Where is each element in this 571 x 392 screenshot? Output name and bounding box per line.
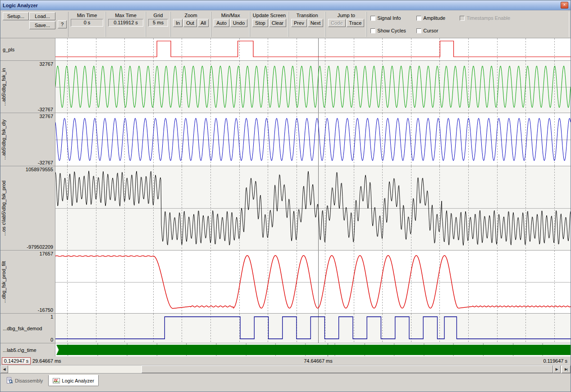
- checkbox-box: [416, 16, 421, 21]
- signal-row-dbg-fsk-prod-filt: ...dbg_fsk_prod_filt 17657 -16750: [0, 251, 571, 314]
- status-bar: 0.142947 s 29.64667 ms 74.64667 ms 0.119…: [0, 356, 571, 365]
- min-time-label: Min Time: [77, 12, 97, 19]
- signal-label-dbg-fsk-in[interactable]: ...ab5\dbg_fsk_in 32767 -32767: [0, 61, 55, 113]
- checkbox-timestamps-enable: Timestamps Enable: [460, 15, 567, 21]
- load-button[interactable]: Load...: [29, 12, 55, 20]
- transition-label: Transition: [297, 12, 318, 19]
- cursor-time-box: 0.142947 s: [2, 357, 31, 365]
- transition-prev-button[interactable]: Prev: [291, 19, 307, 27]
- update-screen-label: Update Screen: [253, 12, 286, 19]
- jump-trace-button[interactable]: Trace: [347, 19, 365, 27]
- checkbox-label: Signal Info: [377, 15, 401, 21]
- signal-min-value: -16750: [38, 307, 53, 313]
- grid-group: Grid 5 ms: [146, 12, 170, 37]
- signal-name: g_pls: [3, 47, 14, 52]
- minmax-label: Min/Max: [221, 12, 240, 19]
- horizontal-scrollbar: ◀ ▶ ▶|: [0, 365, 571, 374]
- zoom-all-button[interactable]: All: [198, 19, 209, 27]
- signal-label-dbg-fsk-prod[interactable]: ...os c\lab5\dbg_fsk_prod 1058979555 -97…: [0, 166, 55, 250]
- signal-name: ...os c\lab5\dbg_fsk_prod: [1, 181, 6, 236]
- signal-label-dbg-fsk-prod-filt[interactable]: ...dbg_fsk_prod_filt 17657 -16750: [0, 251, 55, 313]
- signal-label-dbg-fsk-dly[interactable]: ...ab5\dbg_fsk_dly 32767 -32767: [0, 113, 55, 166]
- tab-label: Disassembly: [15, 378, 43, 383]
- help-group: ?: [56, 12, 68, 37]
- signal-label-g-pls[interactable]: g_pls: [0, 38, 55, 60]
- minmax-undo-button[interactable]: Undo: [230, 19, 247, 27]
- file-buttons-group: Setup... Load... Save...: [2, 12, 56, 37]
- signal-max-value: 1058979555: [26, 167, 53, 172]
- logic-analyzer-window: Logic Analyzer × Setup... Load... Save..…: [0, 0, 571, 392]
- signal-min-value: 0: [50, 337, 53, 342]
- signal-min-value: -979502209: [27, 244, 53, 250]
- zoom-in-button[interactable]: In: [173, 19, 183, 27]
- checkbox-label: Amplitude: [423, 15, 445, 21]
- signal-row-dbg-fsk-prod: ...os c\lab5\dbg_fsk_prod 1058979555 -97…: [0, 166, 571, 251]
- signal-max-value: 32767: [39, 114, 53, 119]
- checkbox-group: Signal Info Amplitude Timestamps Enable …: [366, 12, 569, 37]
- signal-max-value: 32767: [39, 61, 53, 67]
- scroll-right-button[interactable]: ▶: [553, 365, 561, 373]
- signal-name: ...dbg_fsk_demod: [3, 326, 42, 331]
- checkbox-amplitude[interactable]: Amplitude: [416, 15, 460, 21]
- transition-next-button[interactable]: Next: [308, 19, 324, 27]
- setup-button[interactable]: Setup...: [3, 12, 29, 20]
- min-time-group: Min Time 0 s: [68, 12, 105, 37]
- waveform-dbg-fsk-prod-filt[interactable]: [55, 251, 571, 313]
- signal-min-value: -32767: [38, 107, 53, 112]
- waveform-dbg-fsk-dly[interactable]: [55, 113, 571, 166]
- signal-label-dbg-fsk-demod[interactable]: ...dbg_fsk_demod 1 0: [0, 314, 55, 343]
- checkbox-box: [460, 16, 465, 21]
- checkbox-cursor[interactable]: Cursor: [416, 28, 460, 33]
- signal-label-g-time[interactable]: ...lab5.c\g_time: [0, 343, 55, 356]
- tab-label: Logic Analyzer: [62, 378, 94, 383]
- signal-min-value: -32767: [38, 160, 53, 165]
- checkbox-show-cycles[interactable]: Show Cycles: [370, 28, 416, 33]
- grid-value: 5 ms: [148, 19, 168, 27]
- signal-name: ...ab5\dbg_fsk_dly: [1, 119, 6, 160]
- signal-max-value: 1: [50, 314, 53, 319]
- toolbar: Setup... Load... Save... ? Min Time 0 s …: [0, 10, 571, 38]
- signal-name: ...dbg_fsk_prod_filt: [1, 261, 6, 303]
- logic-analyzer-icon: [53, 378, 60, 384]
- zoom-out-button[interactable]: Out: [183, 19, 197, 27]
- update-stop-button[interactable]: Stop: [252, 19, 268, 27]
- tab-disassembly[interactable]: Disassembly: [2, 375, 47, 386]
- checkbox-signal-info[interactable]: Signal Info: [370, 15, 416, 21]
- signal-name: ...lab5.c\g_time: [3, 347, 37, 353]
- waveform-dbg-fsk-demod[interactable]: [55, 314, 571, 343]
- zoom-label: Zoom: [185, 12, 197, 19]
- jump-to-group: Jump to Code Trace: [325, 12, 366, 37]
- tab-logic-analyzer[interactable]: Logic Analyzer: [48, 375, 99, 386]
- visible-end-time: 0.119647 s: [543, 358, 567, 364]
- update-clear-button[interactable]: Clear: [269, 19, 286, 27]
- checkbox-box: [370, 16, 375, 21]
- window-title: Logic Analyzer: [3, 3, 38, 8]
- waveform-g-pls[interactable]: [55, 38, 571, 60]
- scrollbar-track[interactable]: [8, 365, 553, 373]
- scroll-to-end-button[interactable]: ▶|: [562, 365, 571, 373]
- visible-start-time: 29.64667 ms: [32, 358, 61, 364]
- jump-to-label: Jump to: [338, 12, 355, 19]
- signal-name: ...ab5\dbg_fsk_in: [1, 68, 6, 106]
- waveform-dbg-fsk-prod[interactable]: [55, 166, 571, 250]
- waveform-area: g_pls ...ab5\dbg_fsk_in 32767 -32767 ...…: [0, 38, 571, 356]
- help-button[interactable]: ?: [58, 20, 67, 28]
- max-time-group: Max Time 0.119912 s: [105, 12, 146, 37]
- waveform-dbg-fsk-in[interactable]: [55, 61, 571, 113]
- scrollbar-thumb[interactable]: [142, 365, 553, 373]
- signal-row-dbg-fsk-demod: ...dbg_fsk_demod 1 0: [0, 314, 571, 343]
- min-time-value: 0 s: [71, 19, 103, 27]
- checkbox-box: [416, 28, 421, 33]
- close-button[interactable]: ×: [561, 2, 568, 9]
- max-time-value: 0.119912 s: [108, 19, 143, 27]
- checkbox-label: Show Cycles: [377, 28, 406, 33]
- waveform-g-time[interactable]: [55, 343, 571, 356]
- signal-row-dbg-fsk-in: ...ab5\dbg_fsk_in 32767 -32767: [0, 61, 571, 113]
- checkbox-label: Timestamps Enable: [466, 15, 510, 21]
- save-button[interactable]: Save...: [29, 21, 55, 29]
- checkbox-box: [370, 28, 375, 33]
- minmax-auto-button[interactable]: Auto: [214, 19, 229, 27]
- signal-row-g-time: ...lab5.c\g_time: [0, 343, 571, 356]
- scroll-left-button[interactable]: ◀: [0, 365, 8, 373]
- visible-center-time: 74.64667 ms: [273, 358, 363, 364]
